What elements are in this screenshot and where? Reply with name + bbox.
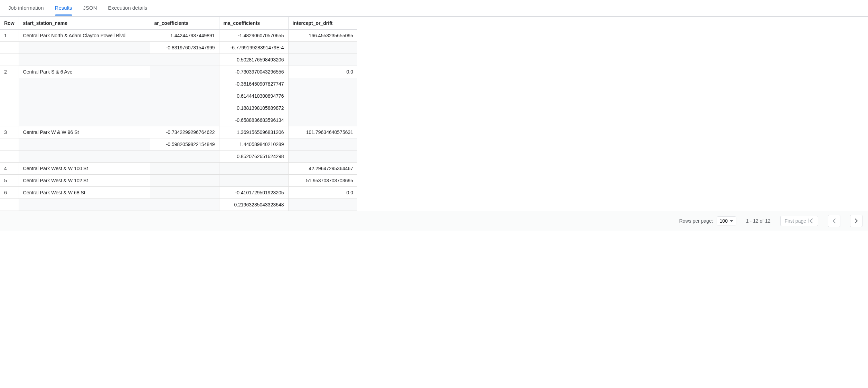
table-row: -0.8319760731547999-6.779919928391479E-4 (0, 42, 357, 54)
cell-start-station-name: Central Park S & 6 Ave (19, 66, 150, 78)
prev-page-button[interactable] (828, 215, 840, 227)
tab-execution-details[interactable]: Execution details (103, 0, 153, 16)
tab-results[interactable]: Results (49, 0, 78, 16)
cell-ar-coefficients (150, 54, 219, 66)
cell-ma-coefficients: 0.1881398105889872 (219, 102, 288, 114)
cell-start-station-name (19, 151, 150, 163)
table-row: -0.6588836683596134 (0, 114, 357, 126)
cell-row (0, 199, 19, 211)
cell-ar-coefficients (150, 175, 219, 187)
cell-ar-coefficients (150, 102, 219, 114)
col-header-ar-coefficients[interactable]: ar_coefficients (150, 17, 219, 30)
dropdown-icon (730, 220, 733, 222)
cell-intercept-or-drift (288, 54, 357, 66)
cell-ar-coefficients: -0.8319760731547999 (150, 42, 219, 54)
rows-per-page-value: 100 (720, 218, 728, 224)
cell-start-station-name: Central Park North & Adam Clayton Powell… (19, 30, 150, 42)
cell-row: 4 (0, 163, 19, 175)
tab-json[interactable]: JSON (78, 0, 103, 16)
table-row: 6Central Park West & W 68 St-0.410172950… (0, 187, 357, 199)
cell-ar-coefficients: -0.5982059822154849 (150, 138, 219, 151)
cell-start-station-name (19, 138, 150, 151)
cell-start-station-name: Central Park West & W 102 St (19, 175, 150, 187)
cell-intercept-or-drift (288, 90, 357, 102)
cell-ma-coefficients: 0.21963235043323648 (219, 199, 288, 211)
cell-ma-coefficients: -0.4101729501923205 (219, 187, 288, 199)
table-row: 0.21963235043323648 (0, 199, 357, 211)
tabs-bar: Job informationResultsJSONExecution deta… (0, 0, 868, 17)
cell-ma-coefficients: 1.440589840210289 (219, 138, 288, 151)
cell-start-station-name (19, 90, 150, 102)
rows-per-page-select[interactable]: 100 (717, 216, 736, 225)
cell-intercept-or-drift: 166.4553235655095 (288, 30, 357, 42)
first-page-icon (808, 219, 814, 223)
cell-intercept-or-drift: 42.29647295364467 (288, 163, 357, 175)
cell-row: 1 (0, 30, 19, 42)
table-row: 0.1881398105889872 (0, 102, 357, 114)
rows-per-page: Rows per page: 100 (679, 216, 736, 225)
cell-intercept-or-drift: 101.79634640575631 (288, 126, 357, 138)
cell-start-station-name: Central Park West & W 100 St (19, 163, 150, 175)
cell-row: 3 (0, 126, 19, 138)
cell-row (0, 138, 19, 151)
table-row: 5Central Park West & W 102 St51.95370370… (0, 175, 357, 187)
cell-intercept-or-drift: 0.0 (288, 187, 357, 199)
chevron-right-icon (855, 219, 858, 223)
table-row: 0.5028176598493206 (0, 54, 357, 66)
cell-intercept-or-drift (288, 42, 357, 54)
cell-start-station-name (19, 42, 150, 54)
cell-ma-coefficients: -0.3616450907827747 (219, 78, 288, 90)
cell-start-station-name: Central Park W & W 96 St (19, 126, 150, 138)
cell-start-station-name (19, 54, 150, 66)
cell-ma-coefficients: -0.7303970043296556 (219, 66, 288, 78)
cell-ma-coefficients (219, 163, 288, 175)
cell-ma-coefficients: -1.482906070570655 (219, 30, 288, 42)
table-row: 1Central Park North & Adam Clayton Powel… (0, 30, 357, 42)
cell-row: 5 (0, 175, 19, 187)
cell-row (0, 42, 19, 54)
cell-intercept-or-drift (288, 114, 357, 126)
table-row: -0.59820598221548491.440589840210289 (0, 138, 357, 151)
cell-intercept-or-drift (288, 78, 357, 90)
cell-ar-coefficients (150, 151, 219, 163)
col-header-row[interactable]: Row (0, 17, 19, 30)
cell-ar-coefficients: -0.7342299296764622 (150, 126, 219, 138)
col-header-ma-coefficients[interactable]: ma_coefficients (219, 17, 288, 30)
first-page-button[interactable]: First page (780, 216, 818, 226)
cell-ar-coefficients (150, 90, 219, 102)
next-page-button[interactable] (850, 215, 862, 227)
cell-row (0, 151, 19, 163)
cell-row (0, 54, 19, 66)
col-header-intercept-or-drift[interactable]: intercept_or_drift (288, 17, 357, 30)
cell-ma-coefficients: 0.5028176598493206 (219, 54, 288, 66)
cell-intercept-or-drift (288, 199, 357, 211)
cell-row (0, 102, 19, 114)
cell-start-station-name (19, 102, 150, 114)
cell-ma-coefficients: 0.6144410300894776 (219, 90, 288, 102)
col-header-start-station-name[interactable]: start_station_name (19, 17, 150, 30)
cell-row (0, 90, 19, 102)
cell-row (0, 114, 19, 126)
table-row: -0.3616450907827747 (0, 78, 357, 90)
table-footer: Rows per page: 100 1 - 12 of 12 First pa… (0, 211, 868, 231)
cell-ar-coefficients (150, 78, 219, 90)
cell-intercept-or-drift (288, 151, 357, 163)
cell-row (0, 78, 19, 90)
cell-ar-coefficients: 1.442447937449891 (150, 30, 219, 42)
cell-row: 2 (0, 66, 19, 78)
results-table: Row start_station_name ar_coefficients m… (0, 17, 357, 211)
cell-ma-coefficients: 1.3691565096831206 (219, 126, 288, 138)
first-page-label: First page (785, 218, 806, 224)
cell-ma-coefficients (219, 175, 288, 187)
cell-row: 6 (0, 187, 19, 199)
cell-start-station-name (19, 199, 150, 211)
cell-ar-coefficients (150, 66, 219, 78)
table-row: 0.8520762651624298 (0, 151, 357, 163)
tab-job-information[interactable]: Job information (3, 0, 49, 16)
cell-ar-coefficients (150, 187, 219, 199)
table-row: 0.6144410300894776 (0, 90, 357, 102)
table-header-row: Row start_station_name ar_coefficients m… (0, 17, 357, 30)
table-row: 3Central Park W & W 96 St-0.734229929676… (0, 126, 357, 138)
rows-per-page-label: Rows per page: (679, 218, 713, 224)
cell-ma-coefficients: -6.779919928391479E-4 (219, 42, 288, 54)
